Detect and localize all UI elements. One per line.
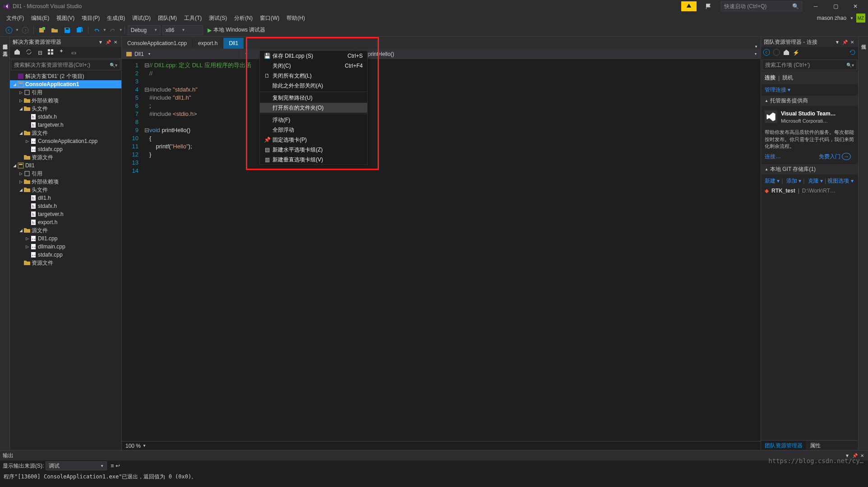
tree-node[interactable]: hexport.h (10, 218, 121, 226)
nav-back-button[interactable] (3, 25, 15, 35)
tree-node[interactable]: ▷外部依赖项 (10, 96, 121, 105)
tree-node[interactable]: 资源文件 (10, 259, 121, 267)
redo-dd[interactable]: ▼ (119, 28, 123, 32)
tree-node[interactable]: ▷引用 (10, 170, 121, 178)
menu-file[interactable]: 文件(F) (3, 14, 28, 23)
pane-dropdown[interactable]: ▼ (97, 40, 104, 45)
feedback-flag-icon[interactable] (698, 0, 718, 13)
pane-pin-icon[interactable]: 📌 (104, 40, 112, 45)
ctx-item[interactable]: ▤新建水平选项卡组(Z) (260, 145, 367, 155)
config-combo[interactable]: Debug▼ (128, 25, 161, 35)
close-button[interactable]: ✕ (845, 0, 865, 13)
menu-team[interactable]: 团队(M) (154, 14, 180, 23)
team-git-hdr[interactable]: ▲本地 GIT 存储库(1) (761, 164, 858, 175)
tree-node[interactable]: 资源文件 (10, 153, 121, 161)
ctx-item[interactable]: 📌固定选项卡(P) (260, 135, 367, 145)
team-back-icon[interactable] (763, 49, 770, 57)
tree-node[interactable]: htargetver.h (10, 121, 121, 129)
show-all-icon[interactable] (45, 47, 56, 58)
menu-build[interactable]: 生成(B) (103, 14, 129, 23)
ctx-item[interactable]: 全部浮动 (260, 125, 367, 135)
ctx-item[interactable]: 💾保存 Dll1.cpp (S)Ctrl+S (260, 51, 367, 61)
save-all-button[interactable] (74, 25, 86, 35)
undo-dd[interactable]: ▼ (103, 28, 106, 32)
team-free-link[interactable]: 免费入门 → (815, 151, 854, 162)
tab-dll1[interactable]: Dll1 (223, 38, 244, 49)
menu-help[interactable]: 帮助(H) (283, 14, 309, 23)
zoom-level[interactable]: 100 % (125, 443, 141, 449)
menu-window[interactable]: 窗口(W) (256, 14, 283, 23)
git-clone[interactable]: 克隆 ▾ (806, 177, 825, 185)
team-connect-link[interactable]: 连接… (765, 151, 785, 162)
tree-node[interactable]: ◢头文件 (10, 186, 121, 194)
signed-in-user[interactable]: mason zhao (817, 15, 850, 21)
ctx-item[interactable]: ▥新建垂直选项卡组(V) (260, 155, 367, 165)
nav-fwd-button[interactable] (19, 25, 31, 35)
menu-tools[interactable]: 工具(T) (180, 14, 205, 23)
tree-node[interactable]: ◢源文件 (10, 129, 121, 137)
out-dd[interactable]: ▼ (844, 453, 851, 458)
save-button[interactable] (61, 25, 73, 35)
team-manage-link[interactable]: 管理连接 ▾ (761, 84, 794, 96)
open-file-button[interactable] (49, 25, 60, 35)
preview-icon[interactable]: ▭ (69, 49, 78, 57)
tree-node[interactable]: ▷引用 (10, 88, 121, 96)
nav-back-dd[interactable]: ▼ (15, 28, 19, 32)
user-dropdown-icon[interactable]: ▼ (850, 16, 854, 20)
maximize-button[interactable]: ▢ (826, 0, 845, 13)
tree-node[interactable]: ▷++dllmain.cpp (10, 243, 121, 251)
team-fwd-icon[interactable] (773, 49, 780, 57)
sync-icon[interactable] (23, 47, 34, 58)
tree-node[interactable]: ▷++ConsoleApplication1.cpp (10, 137, 121, 145)
platform-combo[interactable]: x86▼ (162, 25, 203, 35)
editor-body[interactable]: 1234567891011121314 ⊟// Dll1.cpp: 定义 DLL… (122, 60, 761, 441)
user-badge[interactable]: MZ (856, 14, 865, 23)
zoom-dd[interactable]: ▼ (143, 444, 146, 448)
home-icon[interactable] (12, 47, 23, 58)
menu-debug[interactable]: 调试(D) (129, 14, 154, 23)
tree-node[interactable]: ◢Dll1 (10, 161, 121, 170)
team-tab-team[interactable]: 团队资源管理器 (761, 441, 806, 450)
out-pin-icon[interactable]: 📌 (851, 453, 859, 458)
redo-button[interactable] (107, 25, 119, 35)
tree-node[interactable]: hdll1.h (10, 194, 121, 202)
team-home-icon[interactable] (783, 49, 790, 57)
tree-node[interactable]: ◢ConsoleApplication1 (10, 80, 121, 88)
tabs-overflow[interactable]: ▼ (752, 45, 761, 49)
quick-launch-input[interactable]: 快速启动 (Ctrl+Q) 🔍 (721, 1, 802, 11)
git-repo-row[interactable]: ◆ RTK_test | D:\Work\RT… (765, 186, 854, 196)
tree-node[interactable]: ◢头文件 (10, 105, 121, 113)
tab-console-app[interactable]: ConsoleApplication1.cpp (122, 38, 193, 49)
out-wrap-icon[interactable]: ↩ (115, 463, 120, 469)
minimize-button[interactable]: ─ (806, 0, 826, 13)
menu-test[interactable]: 测试(S) (205, 14, 231, 23)
start-debug-button[interactable]: ▶本地 Windows 调试器 (204, 26, 269, 34)
crumb-project[interactable]: Dll1▾ (122, 49, 239, 59)
out-clear-icon[interactable]: ≡ (111, 463, 114, 469)
tree-node[interactable]: hstdafx.h (10, 113, 121, 121)
undo-button[interactable] (91, 25, 102, 35)
crumb-member[interactable]: ⬤ printHello()▾ (356, 49, 761, 59)
git-add[interactable]: 添加 ▾ (785, 177, 803, 185)
output-src-combo[interactable]: 调试▼ (46, 461, 107, 470)
team-dd[interactable]: ▼ (834, 40, 841, 45)
team-search[interactable]: 搜索工作项 (Ctrl+') 🔍▾ (762, 60, 857, 70)
tree-node[interactable]: htargetver.h (10, 210, 121, 218)
team-close-icon[interactable]: ✕ (849, 40, 855, 45)
output-text[interactable]: 程序"[13600] ConsoleApplication1.exe"已退出，返… (0, 471, 868, 487)
tree-node[interactable]: 解决方案'Dll1' (2 个项目) (10, 72, 121, 80)
tree-node[interactable]: ++stdafx.cpp (10, 251, 121, 259)
menu-view[interactable]: 视图(V) (53, 14, 78, 23)
ctx-item[interactable]: 关闭(C)Ctrl+F4 (260, 61, 367, 71)
pane-close-icon[interactable]: ✕ (112, 40, 119, 45)
collapse-icon[interactable]: ⊟ (36, 49, 44, 57)
tab-export-h[interactable]: export.h (193, 38, 223, 49)
menu-analyze[interactable]: 分析(N) (231, 14, 256, 23)
team-refresh-icon[interactable] (849, 49, 856, 57)
menu-edit[interactable]: 编辑(E) (28, 14, 53, 23)
team-plug-icon[interactable]: ⚡ (793, 50, 799, 56)
code-area[interactable]: ⊟// Dll1.cpp: 定义 DLL 应用程序的导出函 // ⊟#inclu… (142, 60, 761, 441)
rail-properties[interactable]: 属性 (859, 37, 868, 44)
tree-node[interactable]: ++stdafx.cpp (10, 145, 121, 153)
team-tab-properties[interactable]: 属性 (806, 441, 824, 450)
